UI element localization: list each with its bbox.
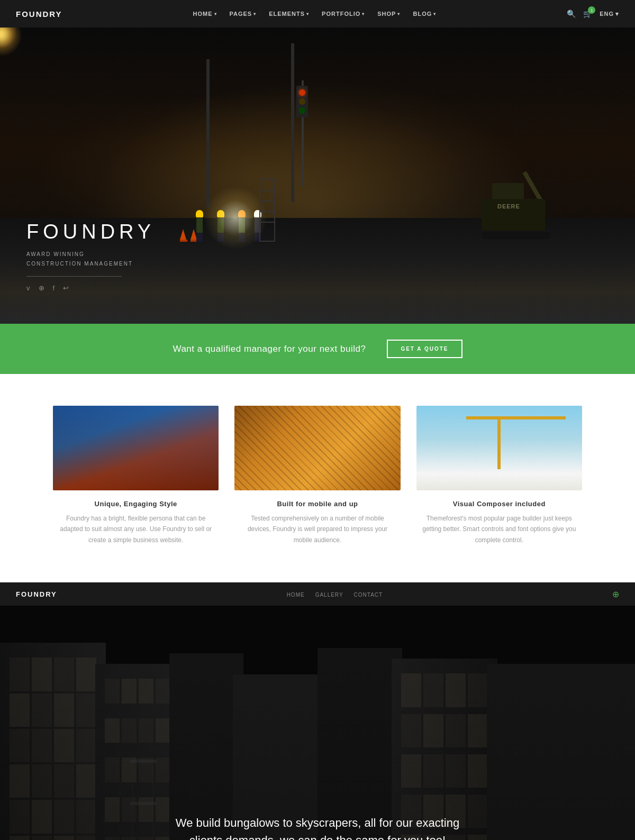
language-selector[interactable]: ENG ▾	[600, 11, 619, 17]
traffic-green	[299, 107, 305, 114]
feature-title-1: Built for mobile and up	[234, 500, 400, 508]
pole-2	[206, 59, 210, 207]
feature-desc-0: Foundry has a bright, flexible persona t…	[53, 513, 219, 545]
feature-title-0: Unique, Engaging Style	[53, 500, 219, 508]
dark-hero-headline: We build bungalows to skyscrapers, all f…	[164, 814, 471, 840]
hero-title: FOUNDRY	[26, 221, 155, 243]
traffic-yellow	[299, 98, 305, 105]
feature-card-2: Visual Composer included Themeforest's m…	[416, 406, 582, 545]
mini-navbar: FOUNDRY HOME GALLERY CONTACT ⊕	[0, 582, 635, 606]
chevron-icon: ▾	[253, 12, 256, 16]
chevron-icon: ▾	[362, 12, 365, 16]
traffic-light-box	[296, 86, 308, 117]
feature-desc-2: Themeforest's most popular page builder …	[416, 513, 582, 545]
cta-banner: Want a qualified manager for your next b…	[0, 324, 635, 374]
social-vimeo[interactable]: v	[26, 284, 30, 292]
mini-nav-item-contact[interactable]: CONTACT	[354, 589, 383, 599]
social-facebook[interactable]: f	[53, 284, 55, 292]
hero-divider	[26, 276, 122, 277]
hero-subtitle: AWARD WINNING CONSTRUCTION MANAGEMENT	[26, 250, 155, 269]
feature-card-0: Unique, Engaging Style Foundry has a bri…	[53, 406, 219, 545]
nav-item-elements[interactable]: ELEMENTS ▾	[262, 11, 315, 17]
chevron-icon: ▾	[397, 12, 400, 16]
get-quote-button[interactable]: GET A QUOTE	[387, 340, 462, 358]
hero-section: DEERE FOUNDRY AWARD WINNING CONSTRUCTION…	[0, 28, 635, 324]
chevron-icon: ▾	[433, 12, 436, 16]
ladder	[259, 178, 275, 242]
cart-badge: 1	[588, 6, 595, 14]
social-twitter[interactable]: ↩	[63, 284, 69, 292]
features-grid: Unique, Engaging Style Foundry has a bri…	[53, 406, 582, 545]
nav-brand: FOUNDRY	[16, 10, 62, 19]
worker-1	[196, 210, 203, 242]
feature-title-2: Visual Composer included	[416, 500, 582, 508]
mini-nav-brand: FOUNDRY	[16, 590, 57, 598]
nav-item-portfolio[interactable]: PORTFOLIO ▾	[315, 11, 371, 17]
cart-button[interactable]: 🛒 1	[583, 10, 592, 18]
nav-item-shop[interactable]: SHOP ▾	[371, 11, 406, 17]
nav-item-pages[interactable]: PAGES ▾	[223, 11, 263, 17]
mini-nav-item-gallery[interactable]: GALLERY	[315, 589, 343, 599]
excavator: DEERE	[482, 199, 550, 239]
dark-hero: We build bungalows to skyscrapers, all f…	[0, 606, 635, 840]
light-glow-2	[0, 28, 22, 57]
feature-image-crane	[416, 406, 582, 490]
cone-1	[180, 229, 187, 242]
dark-hero-content: We build bungalows to skyscrapers, all f…	[164, 814, 471, 840]
nav-icons: 🔍 🛒 1 ENG ▾	[567, 10, 619, 18]
navbar: FOUNDRY HOME ▾ PAGES ▾ ELEMENTS ▾ PORTFO…	[0, 0, 635, 28]
pole-1	[291, 43, 294, 202]
nav-item-blog[interactable]: BLOG ▾	[406, 11, 442, 17]
feature-desc-1: Tested comprehensively on a number of mo…	[234, 513, 400, 545]
features-section: Unique, Engaging Style Foundry has a bri…	[0, 374, 635, 582]
feature-image-steel	[234, 406, 400, 490]
hero-socials: v ⊕ f ↩	[26, 284, 155, 292]
feature-card-1: Built for mobile and up Tested comprehen…	[234, 406, 400, 545]
chevron-icon: ▾	[615, 11, 619, 17]
nav-links: HOME ▾ PAGES ▾ ELEMENTS ▾ PORTFOLIO ▾ SH	[187, 11, 443, 17]
mini-nav-item-home[interactable]: HOME	[287, 589, 305, 599]
chevron-icon: ▾	[306, 12, 309, 16]
mini-nav-links: HOME GALLERY CONTACT	[287, 589, 383, 599]
social-pinterest[interactable]: ⊕	[39, 284, 44, 292]
nav-item-home[interactable]: HOME ▾	[187, 11, 223, 17]
cta-text: Want a qualified manager for your next b…	[173, 344, 366, 354]
chevron-icon: ▾	[214, 12, 217, 16]
dark-overlay	[0, 606, 635, 840]
mini-nav-icon: ⊕	[612, 589, 619, 599]
traffic-red	[299, 89, 305, 96]
feature-image-bridge	[53, 406, 219, 490]
hero-content: FOUNDRY AWARD WINNING CONSTRUCTION MANAG…	[26, 221, 155, 292]
search-button[interactable]: 🔍	[567, 10, 576, 18]
dark-section: FOUNDRY HOME GALLERY CONTACT ⊕	[0, 582, 635, 840]
